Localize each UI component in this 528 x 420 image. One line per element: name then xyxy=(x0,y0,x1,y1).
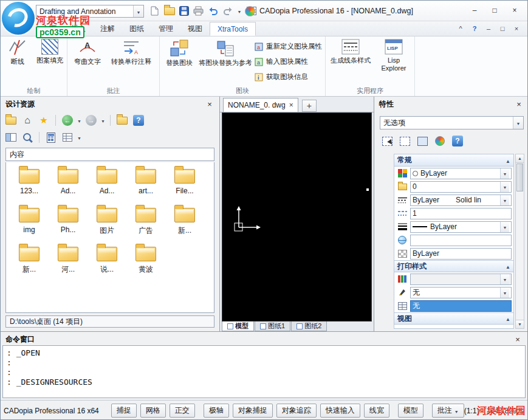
linetype-scale-input[interactable]: 1 xyxy=(410,208,512,219)
ortho-toggle[interactable]: 正交 xyxy=(170,404,195,418)
plot-color-select[interactable] xyxy=(410,274,512,285)
properties-help-button[interactable] xyxy=(451,134,464,148)
lineweight-select[interactable]: ByLayer xyxy=(410,221,512,233)
new-tab-button[interactable]: + xyxy=(302,100,317,112)
selection-combo[interactable]: 无选项 xyxy=(380,116,524,129)
chevron-down-icon[interactable] xyxy=(454,407,459,415)
plot-table-value[interactable]: 无 xyxy=(410,300,512,312)
view-mode-dropdown-icon[interactable] xyxy=(77,133,81,142)
tab-xtratools[interactable]: XtraTools xyxy=(210,22,256,36)
transparency-input[interactable]: ByLayer xyxy=(410,248,512,260)
block-to-reference-button[interactable]: 将图块替换为参考 xyxy=(197,39,253,67)
object-tracking-toggle[interactable]: 对象追踪 xyxy=(276,404,317,418)
forward-button[interactable] xyxy=(84,114,98,127)
get-block-info-button[interactable]: i 获取图块信息 xyxy=(255,69,322,84)
lineweight-toggle[interactable]: 线宽 xyxy=(364,404,389,418)
undo-button[interactable] xyxy=(207,5,219,18)
tab-view[interactable]: 视图 xyxy=(180,22,210,36)
drawing-canvas[interactable] xyxy=(222,112,372,322)
print-button[interactable] xyxy=(192,5,205,18)
folder-item[interactable]: File... xyxy=(165,165,204,204)
save-button[interactable] xyxy=(177,5,190,18)
scroll-up-icon[interactable] xyxy=(516,154,524,163)
back-button[interactable] xyxy=(61,114,74,127)
lisp-explorer-button[interactable]: LISP Lisp Explorer xyxy=(377,39,411,72)
hatch-button[interactable]: 图案填充 xyxy=(35,39,65,64)
folder-item[interactable]: Ph... xyxy=(49,204,87,243)
scrollbar-thumb[interactable] xyxy=(516,164,523,191)
redo-button[interactable] xyxy=(221,5,234,18)
ribbon-collapse-icon[interactable]: ^ xyxy=(454,23,467,34)
polar-toggle[interactable]: 极轴 xyxy=(204,404,229,418)
minimize-button[interactable]: – xyxy=(465,4,484,17)
object-snap-toggle[interactable]: 对象捕捉 xyxy=(233,404,273,418)
chevron-down-icon[interactable] xyxy=(500,168,509,179)
tab-annotate[interactable]: 注解 xyxy=(93,22,122,36)
favorites-button[interactable] xyxy=(37,114,50,127)
convert-note-button[interactable]: A 转换单行注释 xyxy=(106,39,156,66)
folder-item[interactable]: 新... xyxy=(165,204,204,243)
linetype-select[interactable]: ByLayer Solid lin xyxy=(410,195,512,206)
doc-close-button[interactable]: × xyxy=(510,23,523,34)
properties-scrollbar[interactable] xyxy=(515,154,524,329)
toggle-panes-button[interactable] xyxy=(4,131,18,144)
maximize-button[interactable]: □ xyxy=(485,4,504,17)
open-folder-button[interactable] xyxy=(4,114,18,127)
collapse-icon[interactable] xyxy=(506,314,510,323)
folder-item[interactable]: Ad... xyxy=(87,165,126,204)
folder-item[interactable]: 河... xyxy=(49,243,87,281)
folder-item[interactable]: 广告 xyxy=(126,204,165,243)
open-button[interactable] xyxy=(163,5,176,18)
folder-item[interactable]: Ad... xyxy=(49,165,87,204)
load-drawing-button[interactable] xyxy=(115,114,129,127)
hyperlink-input[interactable] xyxy=(410,235,512,246)
collapse-icon[interactable] xyxy=(506,262,510,270)
chevron-down-icon[interactable] xyxy=(500,274,509,284)
snap-toggle[interactable]: 捕捉 xyxy=(111,404,137,418)
chevron-down-icon[interactable] xyxy=(500,195,509,205)
close-icon[interactable]: × xyxy=(514,100,524,109)
grid-toggle[interactable]: 网格 xyxy=(140,404,166,418)
redefine-attributes-button[interactable]: a 重新定义图块属性 xyxy=(255,39,322,54)
layout-tab-sheet2[interactable]: 图纸2 xyxy=(291,322,327,331)
settings-button[interactable] xyxy=(433,134,447,148)
tab-manage[interactable]: 管理 xyxy=(151,22,180,36)
qat-dropdown-icon[interactable] xyxy=(236,5,243,18)
layer-select[interactable]: 0 xyxy=(410,181,512,193)
replace-block-button[interactable]: 替换图块 xyxy=(162,39,196,67)
close-button[interactable]: × xyxy=(506,4,524,17)
collapse-icon[interactable] xyxy=(506,156,510,165)
scroll-down-icon[interactable] xyxy=(516,320,524,328)
doc-minimize-button[interactable]: – xyxy=(482,23,495,34)
curved-text-button[interactable]: A 弯曲文字 xyxy=(71,39,104,66)
folder-item[interactable]: 黄波 xyxy=(126,243,165,281)
back-dropdown-icon[interactable] xyxy=(77,116,81,125)
folder-item[interactable]: 说... xyxy=(87,243,126,281)
color-select[interactable]: ByLayer xyxy=(410,168,512,179)
home-button[interactable] xyxy=(21,114,34,127)
input-attributes-button[interactable]: a 输入图块属性 xyxy=(255,54,322,69)
select-objects-button[interactable] xyxy=(380,134,394,148)
view-mode-button[interactable] xyxy=(61,131,74,144)
break-line-button[interactable]: 断线 xyxy=(4,39,32,66)
folder-item[interactable]: 123... xyxy=(10,165,49,204)
quick-input-toggle[interactable]: 快速输入 xyxy=(320,404,360,418)
generate-linestyle-button[interactable]: 生成线条样式 xyxy=(329,39,372,64)
chevron-down-icon[interactable] xyxy=(133,5,143,17)
model-toggle[interactable]: 模型 xyxy=(398,404,423,418)
folder-item[interactable]: 新... xyxy=(10,243,49,281)
help-icon[interactable]: ? xyxy=(468,23,481,34)
chevron-down-icon[interactable] xyxy=(500,182,509,192)
folder-item[interactable]: img xyxy=(10,204,49,243)
folder-item[interactable]: art... xyxy=(126,165,165,204)
command-input-area[interactable]: : _OPEN : : : _DESIGNRESOURCES xyxy=(2,345,526,398)
plot-style-select[interactable]: 无 xyxy=(410,287,512,298)
resources-help-button[interactable] xyxy=(132,114,145,127)
annotation-toggle[interactable]: 批注 xyxy=(432,404,464,418)
chevron-down-icon[interactable] xyxy=(500,222,509,232)
folder-item[interactable]: 图片 xyxy=(87,204,126,243)
tab-sheet[interactable]: 图纸 xyxy=(122,22,151,36)
calculator-button[interactable] xyxy=(44,131,58,144)
forward-dropdown-icon[interactable] xyxy=(101,116,105,125)
close-icon[interactable]: × xyxy=(513,335,523,344)
